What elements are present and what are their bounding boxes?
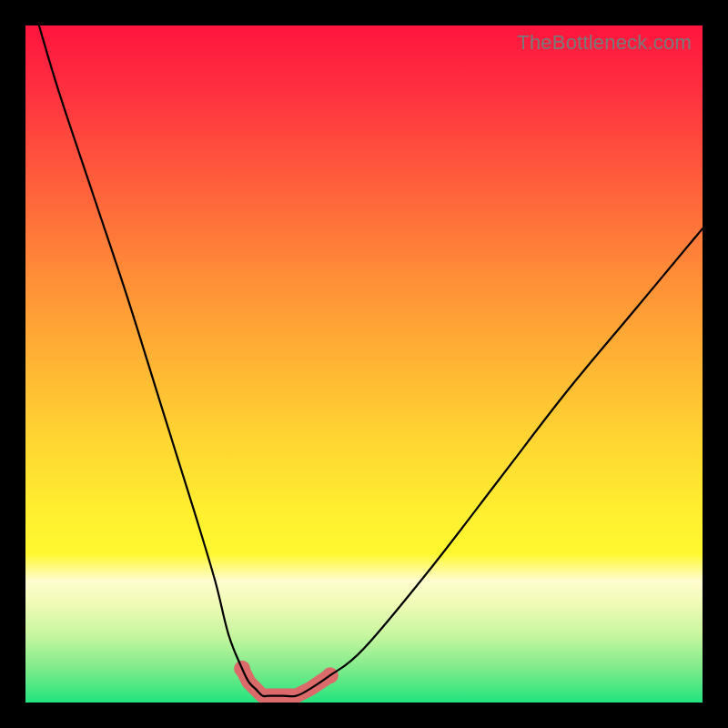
bottleneck-curve — [39, 25, 703, 696]
optimal-range-marker — [234, 661, 339, 696]
plot-area: TheBottleneck.com — [25, 25, 703, 703]
chart-frame: TheBottleneck.com — [0, 0, 728, 728]
bottleneck-curve-svg — [25, 25, 703, 703]
